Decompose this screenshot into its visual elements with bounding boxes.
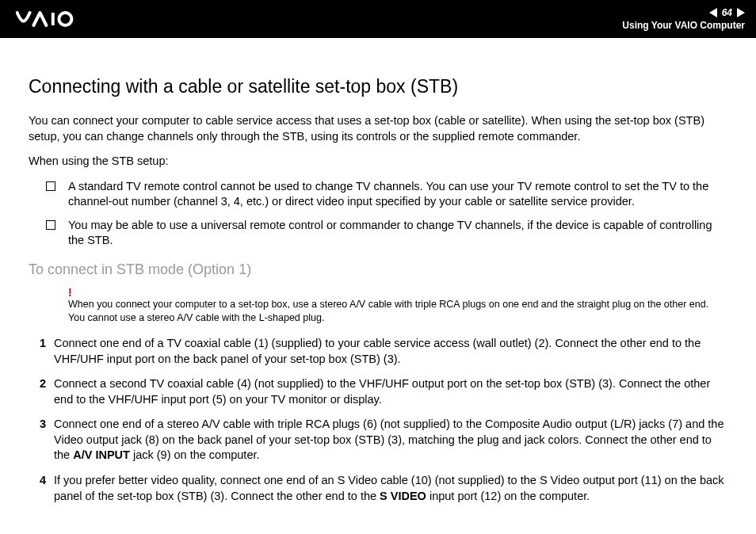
note-block: ! When you connect your computer to a se… xyxy=(29,287,727,325)
bullet-text: A standard TV remote control cannot be u… xyxy=(68,179,727,210)
list-item: A standard TV remote control cannot be u… xyxy=(29,179,727,210)
step-text: Connect a second TV coaxial cable (4) (n… xyxy=(54,376,727,407)
step-number: 3 xyxy=(29,417,54,463)
page-nav: 64 xyxy=(709,7,745,18)
step-number: 1 xyxy=(29,336,54,367)
subheading: To connect in STB mode (Option 1) xyxy=(29,260,727,279)
page-title: Connecting with a cable or satellite set… xyxy=(29,74,727,99)
list-item: You may be able to use a universal remot… xyxy=(29,218,727,249)
step-text: If you prefer better video quality, conn… xyxy=(54,473,727,504)
svg-point-1 xyxy=(59,13,71,25)
bullet-icon xyxy=(46,181,55,191)
page-number: 64 xyxy=(722,7,732,18)
next-page-arrow-icon[interactable] xyxy=(737,8,745,17)
step-number: 2 xyxy=(29,376,54,407)
bullet-list: A standard TV remote control cannot be u… xyxy=(29,179,727,249)
content-area: Connecting with a cable or satellite set… xyxy=(0,38,756,529)
prev-page-arrow-icon[interactable] xyxy=(709,8,717,17)
bullet-icon xyxy=(46,220,55,230)
intro-paragraph: You can connect your computer to cable s… xyxy=(29,113,727,144)
list-item: 4 If you prefer better video quality, co… xyxy=(29,473,727,504)
note-text: When you connect your computer to a set-… xyxy=(68,298,727,325)
step-number: 4 xyxy=(29,473,54,504)
svg-rect-0 xyxy=(52,13,55,25)
list-item: 2 Connect a second TV coaxial cable (4) … xyxy=(29,376,727,407)
list-item: 3 Connect one end of a stereo A/V cable … xyxy=(29,417,727,463)
step-text: Connect one end of a TV coaxial cable (1… xyxy=(54,336,727,367)
lead-in-text: When using the STB setup: xyxy=(29,154,727,170)
step-text: Connect one end of a stereo A/V cable wi… xyxy=(54,417,727,463)
list-item: 1 Connect one end of a TV coaxial cable … xyxy=(29,336,727,367)
warning-icon: ! xyxy=(68,287,727,298)
steps-list: 1 Connect one end of a TV coaxial cable … xyxy=(29,336,727,504)
header-right: 64 Using Your VAIO Computer xyxy=(622,7,745,31)
header-bar: 64 Using Your VAIO Computer xyxy=(0,0,756,38)
section-label: Using Your VAIO Computer xyxy=(622,20,745,31)
bullet-text: You may be able to use a universal remot… xyxy=(68,218,727,249)
vaio-logo xyxy=(16,10,92,29)
